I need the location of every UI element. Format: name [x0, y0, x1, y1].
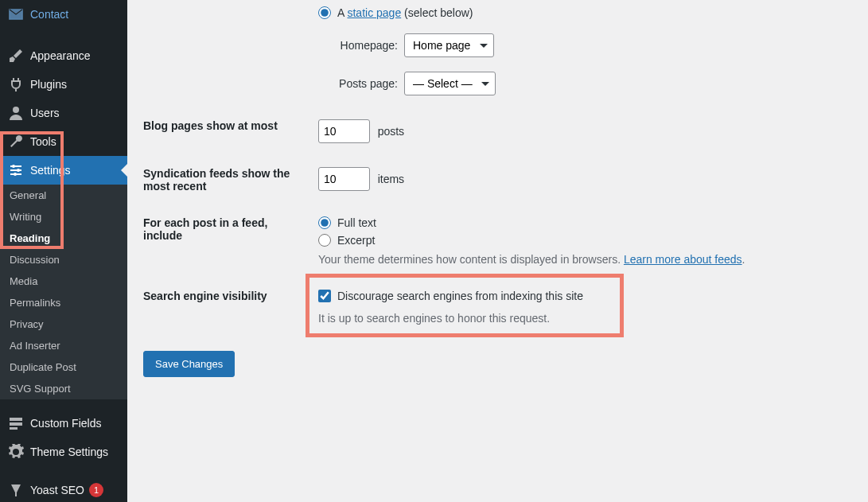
homepage-static-radio[interactable] — [318, 6, 331, 19]
static-page-label: A static page (select below) — [337, 6, 473, 19]
feed-include-label: For each post in a feed, include — [143, 216, 318, 242]
submenu-general[interactable]: General — [0, 185, 127, 206]
sidebar-item-users[interactable]: Users — [0, 99, 127, 127]
sidebar-item-label: Users — [30, 107, 60, 119]
blog-pages-input[interactable] — [318, 119, 370, 143]
static-page-link[interactable]: static page — [347, 6, 401, 19]
sidebar-item-label: Settings — [30, 164, 71, 177]
plug-icon — [8, 76, 24, 92]
mail-icon — [8, 6, 24, 22]
sidebar-item-tools[interactable]: Tools — [0, 127, 127, 156]
radio-excerpt-line[interactable]: Excerpt — [318, 234, 852, 247]
sidebar-item-settings[interactable]: Settings — [0, 156, 127, 185]
radio-fulltext[interactable] — [318, 216, 331, 229]
syndication-label: Syndication feeds show the most recent — [143, 167, 318, 193]
discourage-checkbox[interactable] — [318, 290, 331, 302]
submenu-svg-support[interactable]: SVG Support — [0, 378, 127, 399]
fulltext-label: Full text — [337, 216, 376, 229]
settings-reading-content: A static page (select below) Homepage: H… — [127, 0, 868, 502]
search-visibility-note: It is up to search engines to honor this… — [318, 312, 852, 325]
submenu-permalinks[interactable]: Permalinks — [0, 292, 127, 313]
svg-rect-5 — [10, 418, 22, 421]
svg-rect-6 — [10, 422, 22, 426]
syndication-input[interactable] — [318, 167, 370, 191]
radio-excerpt[interactable] — [318, 234, 331, 247]
svg-point-2 — [12, 165, 15, 168]
sidebar-item-custom-fields[interactable]: Custom Fields — [0, 409, 127, 438]
settings-submenu: General Writing Reading Discussion Media… — [0, 185, 127, 399]
gear-icon — [8, 444, 24, 460]
sidebar-item-label: Plugins — [30, 78, 67, 91]
feed-description: Your theme determines how content is dis… — [318, 253, 852, 266]
posts-page-select-label: Posts page: — [318, 77, 398, 90]
sidebar-item-label: Theme Settings — [30, 446, 108, 458]
homepage-select-label: Homepage: — [318, 39, 398, 52]
posts-page-select[interactable]: — Select — — [404, 72, 496, 95]
radio-static-page[interactable]: A static page (select below) — [318, 6, 852, 19]
sidebar-item-label: Custom Fields — [30, 417, 101, 430]
sidebar-item-appearance[interactable]: Appearance — [0, 41, 127, 70]
sidebar-item-contact[interactable]: Contact — [0, 0, 127, 29]
submenu-media[interactable]: Media — [0, 270, 127, 292]
learn-more-feeds-link[interactable]: Learn more about feeds — [624, 253, 742, 266]
svg-point-3 — [17, 169, 20, 172]
submenu-duplicate-post[interactable]: Duplicate Post — [0, 356, 127, 378]
sidebar-item-label: Appearance — [30, 49, 91, 62]
brush-icon — [8, 48, 24, 64]
blog-pages-unit: posts — [378, 125, 404, 138]
user-icon — [8, 105, 24, 121]
admin-sidebar: Contact Appearance Plugins Users Tools S… — [0, 0, 127, 502]
sidebar-item-yoast[interactable]: Yoast SEO 1 — [0, 476, 127, 502]
blog-pages-label: Blog pages show at most — [143, 119, 318, 132]
submenu-privacy[interactable]: Privacy — [0, 313, 127, 335]
svg-point-1 — [13, 107, 19, 113]
sidebar-item-label: Tools — [30, 135, 56, 148]
submenu-writing[interactable]: Writing — [0, 206, 127, 228]
discourage-label: Discourage search engines from indexing … — [337, 290, 583, 302]
submenu-reading[interactable]: Reading — [0, 228, 127, 249]
sidebar-item-theme-settings[interactable]: Theme Settings — [0, 438, 127, 466]
search-visibility-label: Search engine visibility — [143, 290, 318, 302]
svg-rect-7 — [10, 427, 18, 430]
yoast-icon — [8, 482, 24, 498]
sidebar-item-label: Contact — [30, 8, 68, 21]
wrench-icon — [8, 134, 24, 150]
sidebar-item-plugins[interactable]: Plugins — [0, 70, 127, 99]
save-button[interactable]: Save Changes — [143, 351, 235, 377]
sliders-icon — [8, 162, 24, 178]
homepage-select[interactable]: Home page — [404, 33, 494, 57]
discourage-checkbox-line[interactable]: Discourage search engines from indexing … — [318, 290, 852, 302]
excerpt-label: Excerpt — [337, 234, 375, 247]
svg-point-4 — [14, 173, 17, 176]
syndication-unit: items — [378, 173, 404, 185]
sidebar-item-label: Yoast SEO — [30, 484, 84, 496]
submenu-discussion[interactable]: Discussion — [0, 249, 127, 270]
submenu-ad-inserter[interactable]: Ad Inserter — [0, 335, 127, 356]
notification-badge: 1 — [89, 483, 103, 497]
fields-icon — [8, 415, 24, 431]
radio-fulltext-line[interactable]: Full text — [318, 216, 852, 229]
